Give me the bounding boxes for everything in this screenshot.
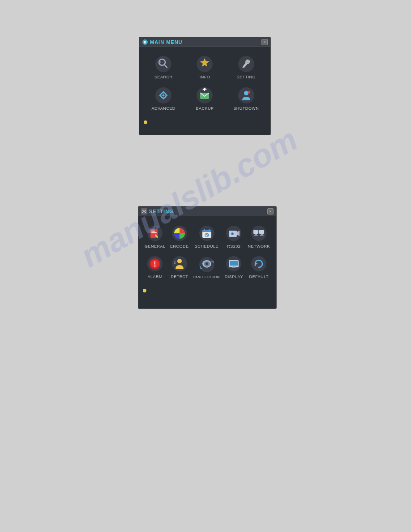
menu-item-general[interactable]: GENERAL xyxy=(143,222,167,251)
search-label: SEARCH xyxy=(154,75,173,79)
svg-rect-17 xyxy=(163,98,164,99)
svg-rect-52 xyxy=(255,234,257,235)
detect-label: DETECT xyxy=(171,275,188,279)
search-icon xyxy=(155,56,172,73)
alarm-icon-container xyxy=(146,255,164,273)
svg-rect-71 xyxy=(206,266,208,268)
menu-item-backup[interactable]: BACKUP xyxy=(185,84,224,113)
advanced-label: ADVANCED xyxy=(151,106,175,111)
svg-rect-5 xyxy=(158,61,161,63)
detect-icon xyxy=(171,256,188,272)
svg-rect-33 xyxy=(151,232,157,233)
rs232-icon xyxy=(226,225,242,241)
rs232-label: RS232 xyxy=(227,244,240,249)
main-menu-grid: SEARCH INFO xyxy=(144,52,266,113)
setting-footer xyxy=(138,287,276,294)
svg-rect-39 xyxy=(202,230,211,232)
menu-item-alarm[interactable]: ALARM xyxy=(143,252,167,282)
svg-point-62 xyxy=(154,266,156,267)
display-label: DISPLAY xyxy=(225,275,243,279)
svg-rect-61 xyxy=(154,261,155,265)
encode-label: ENCODE xyxy=(170,244,189,249)
general-icon-container xyxy=(146,224,164,242)
menu-item-encode[interactable]: ENCODE xyxy=(168,222,191,251)
svg-point-64 xyxy=(177,259,182,263)
default-label: DEFAULT xyxy=(249,275,269,279)
menu-item-info[interactable]: INFO xyxy=(185,52,224,82)
shutdown-icon xyxy=(238,87,255,104)
alarm-icon xyxy=(147,256,163,272)
svg-rect-56 xyxy=(260,235,264,236)
svg-point-77 xyxy=(251,256,266,271)
svg-point-15 xyxy=(163,94,165,97)
network-label: NETWORK xyxy=(248,244,270,249)
setting-menu-grid: GENERAL ENCODE xyxy=(143,222,272,282)
encode-icon xyxy=(171,225,188,241)
setting-dialog: SETTING × GENERAL xyxy=(138,206,277,309)
setting-close-button[interactable]: × xyxy=(267,208,274,215)
menu-item-pantiltzoom[interactable]: PAN/TILT/ZOOM xyxy=(192,252,222,282)
default-icon-container xyxy=(250,255,268,273)
svg-point-8 xyxy=(203,61,206,64)
shutdown-icon-container xyxy=(237,86,255,104)
display-icon-container xyxy=(225,255,243,273)
menu-item-detect[interactable]: DETECT xyxy=(168,252,191,282)
search-icon-container xyxy=(154,55,172,73)
svg-point-70 xyxy=(206,262,208,265)
svg-point-2 xyxy=(155,56,171,72)
app-logo-icon: B xyxy=(142,39,148,45)
menu-item-display[interactable]: DISPLAY xyxy=(223,252,245,282)
menu-item-shutdown[interactable]: SHUTDOWN xyxy=(227,84,266,113)
info-icon xyxy=(196,56,213,73)
menu-item-default[interactable]: DEFAULT xyxy=(246,252,272,282)
detect-icon-container xyxy=(171,255,188,273)
backup-label: BACKUP xyxy=(196,106,214,111)
general-icon xyxy=(147,225,163,241)
setting-app-logo-icon xyxy=(141,208,147,215)
main-menu-content: SEARCH INFO xyxy=(139,47,270,119)
main-menu-dialog: B MAIN MENU × SEARCH xyxy=(139,37,271,135)
menu-item-rs232[interactable]: RS232 xyxy=(223,222,245,251)
svg-rect-55 xyxy=(254,235,258,236)
setting-content: GENERAL ENCODE xyxy=(138,216,276,287)
setting-icon xyxy=(238,56,255,73)
network-icon-container xyxy=(250,224,268,242)
svg-rect-51 xyxy=(253,230,258,234)
schedule-icon-container xyxy=(198,224,216,242)
schedule-label: SCHEDULE xyxy=(195,244,218,249)
info-label: INFO xyxy=(200,75,210,79)
svg-rect-75 xyxy=(232,267,235,268)
svg-text:B: B xyxy=(144,41,146,44)
setting-footer-indicator xyxy=(143,289,146,292)
menu-item-search[interactable]: SEARCH xyxy=(144,52,183,82)
footer-indicator xyxy=(144,120,147,124)
advanced-icon-container xyxy=(154,86,172,104)
display-icon xyxy=(226,256,242,272)
svg-rect-18 xyxy=(159,95,161,96)
encode-icon-container xyxy=(171,224,188,242)
menu-item-network[interactable]: NETWORK xyxy=(246,222,272,251)
menu-item-setting[interactable]: SETTING xyxy=(227,52,266,82)
svg-rect-54 xyxy=(261,234,263,235)
svg-rect-32 xyxy=(151,231,155,232)
main-menu-close-button[interactable]: × xyxy=(261,39,268,45)
pantiltzoom-icon-container xyxy=(198,256,216,274)
default-icon xyxy=(251,256,267,272)
shutdown-label: SHUTDOWN xyxy=(233,106,259,111)
svg-rect-19 xyxy=(166,95,167,96)
main-menu-titlebar: B MAIN MENU × xyxy=(139,37,270,47)
alarm-label: ALARM xyxy=(148,275,163,279)
backup-icon-container xyxy=(196,86,214,104)
advanced-icon xyxy=(155,87,172,104)
menu-item-schedule[interactable]: SCHEDULE xyxy=(192,222,222,251)
setting-icon-container xyxy=(237,55,255,73)
svg-rect-41 xyxy=(209,229,210,231)
svg-rect-74 xyxy=(230,261,238,266)
rs232-icon-container xyxy=(225,224,243,242)
menu-item-advanced[interactable]: ADVANCED xyxy=(144,84,183,113)
network-icon xyxy=(251,225,267,241)
svg-point-49 xyxy=(232,233,233,235)
titlebar-left: B MAIN MENU xyxy=(142,39,183,45)
setting-titlebar-left: SETTING xyxy=(141,208,174,215)
setting-title: SETTING xyxy=(149,209,174,214)
